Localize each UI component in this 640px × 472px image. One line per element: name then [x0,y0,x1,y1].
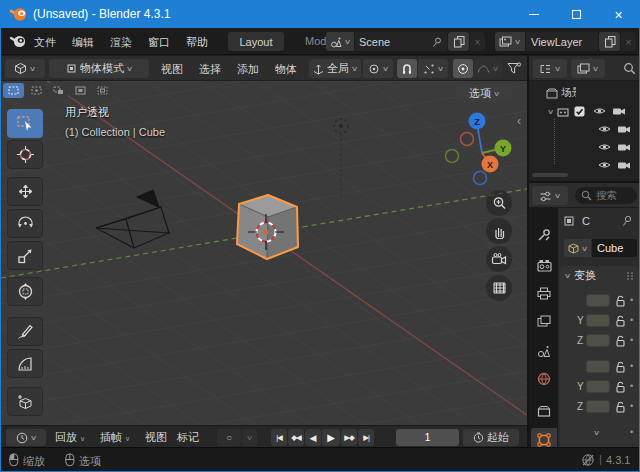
viewport-options-button[interactable]: 选项 ∨ [456,85,512,102]
blender-menu-logo-icon[interactable] [9,34,27,49]
tool-scale[interactable] [7,241,43,270]
outliner-search-icon[interactable] [623,62,636,75]
panel-drag-dots-icon[interactable] [626,271,634,281]
gizmo-axis-x[interactable]: X [482,156,499,173]
orientation-dropdown[interactable]: 全局 ∨ [309,59,361,78]
falloff-dropdown[interactable]: ∨ [474,59,502,78]
tool-transform[interactable] [7,277,43,306]
editor-type-button[interactable]: ∨ [5,59,45,78]
value-slider[interactable] [586,334,610,347]
prev-keyframe-button[interactable]: ◆◀ [288,429,304,446]
play-button[interactable]: ▶ [322,429,340,446]
toggle-ortho-button[interactable] [486,275,512,301]
tool-annotate[interactable] [7,317,43,346]
hide-eye-icon[interactable] [593,106,606,116]
tool-select-box[interactable] [7,109,43,138]
select-mode-new[interactable] [3,83,24,98]
menu-help[interactable]: 帮助 [186,35,208,50]
hide-eye-icon[interactable] [598,142,611,152]
play-reverse-button[interactable]: ◀ [305,429,321,446]
menu-add[interactable]: 添加 [237,62,259,77]
tab-render[interactable] [531,253,557,277]
region-collapse-arrow[interactable]: ‹ [517,114,521,128]
close-button[interactable]: × [598,1,639,28]
filter-visibility-icon[interactable] [506,61,522,76]
render-camera-icon[interactable] [617,160,631,170]
animate-dot[interactable]: • [630,428,633,437]
properties-search-field[interactable]: 搜索 [575,187,637,204]
tab-scene[interactable] [531,339,557,363]
tool-measure[interactable] [7,349,43,378]
animate-dot[interactable]: • [630,362,633,371]
menu-render[interactable]: 渲染 [110,35,132,50]
expand-icon[interactable]: ∨ [547,108,554,115]
outliner-display-mode-button[interactable]: ∨ [571,59,605,78]
next-keyframe-button[interactable]: ▶◆ [341,429,357,446]
transform-panel-header[interactable]: ∨ 变换 [560,266,639,285]
tab-tool[interactable] [531,223,557,247]
render-camera-icon[interactable] [617,142,631,152]
snap-settings-dropdown[interactable]: ∨ [418,59,448,78]
render-camera-icon[interactable] [617,124,631,134]
lock-icon[interactable] [615,360,626,373]
workspace-tab-layout[interactable]: Layout [228,32,284,51]
tab-world[interactable] [531,367,557,391]
playback-menu[interactable]: 回放 ∨ [55,430,85,445]
tool-move[interactable] [7,177,43,206]
menu-select[interactable]: 选择 [199,62,221,77]
keying-menu[interactable]: 插帧 ∨ [100,430,130,445]
hide-eye-icon[interactable] [598,124,611,134]
lock-icon[interactable] [615,294,626,307]
object-id-dropdown[interactable]: ∨ [564,239,591,257]
jump-to-start-button[interactable]: |◀ [271,429,287,446]
current-frame-field[interactable]: 1 [396,429,459,446]
light-object[interactable] [334,119,348,199]
select-mode-extend[interactable] [26,83,46,98]
timeline-view-menu[interactable]: 视图 [145,430,167,445]
select-mode-intersect[interactable] [92,83,112,98]
tool-cursor[interactable] [7,140,43,169]
mode-dropdown[interactable]: 物体模式 ∨ [49,59,149,78]
outliner-row-object-2[interactable] [529,139,640,155]
lock-icon[interactable] [615,334,626,347]
tab-collection[interactable] [531,399,557,423]
gizmo-axis-neg-y[interactable] [446,150,459,163]
menu-object[interactable]: 物体 [275,62,297,77]
tool-rotate[interactable] [7,209,43,238]
select-mode-invert[interactable] [70,83,90,98]
autokey-toggle[interactable]: ○ [217,429,241,446]
scene-new-button[interactable] [448,32,469,51]
pivot-dropdown[interactable]: ∨ [363,59,393,78]
scene-name-field[interactable]: Scene [355,32,447,51]
animate-dot[interactable]: • [630,402,633,411]
animate-dot[interactable]: • [630,382,633,391]
scene-type-dropdown[interactable]: ∨ [326,32,354,51]
maximize-button[interactable] [555,1,598,28]
animate-dot[interactable]: • [630,336,633,345]
hide-eye-icon[interactable] [598,160,611,170]
viewlayer-type-dropdown[interactable]: ∨ [495,32,525,51]
markers-menu[interactable]: 标记 [177,430,199,445]
properties-editor-type-button[interactable]: ∨ [532,186,568,205]
gizmo-axis-z[interactable]: Z [469,113,486,130]
viewlayer-name-field[interactable]: ViewLayer [526,32,598,51]
value-slider[interactable] [586,294,610,307]
animate-dot[interactable]: • [630,296,633,305]
horizontal-scrollbar[interactable] [532,173,568,177]
network-offline-icon[interactable] [581,453,595,467]
outliner-editor-type-button[interactable]: ∨ [533,59,567,78]
gizmo-axis-neg-x[interactable] [461,133,474,146]
transform-row-more[interactable]: ∨ • [560,426,639,441]
gizmo-axis-neg-z[interactable] [474,172,487,185]
menu-file[interactable]: 文件 [34,35,56,50]
camera-object[interactable] [96,190,169,248]
proportional-edit-toggle[interactable] [453,59,473,78]
menu-edit[interactable]: 编辑 [72,35,94,50]
camera-view-button[interactable] [486,246,512,272]
pan-view-button[interactable] [486,218,512,244]
autokey-settings-dropdown[interactable]: ∨ [242,429,257,446]
select-mode-subtract[interactable] [48,83,68,98]
timeline-editor-type-button[interactable]: ∨ [6,429,46,446]
navigation-gizmo[interactable]: Z Y X [438,107,516,189]
pin-id-icon[interactable] [622,215,633,227]
